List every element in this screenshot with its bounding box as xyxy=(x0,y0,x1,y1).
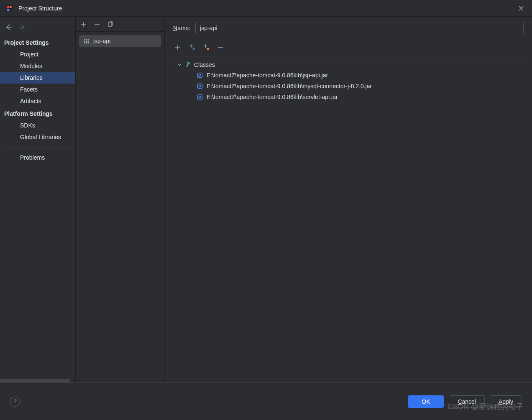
chevron-down-icon[interactable] xyxy=(176,62,182,68)
section-header-platform: Platform Settings xyxy=(0,107,75,120)
library-list-panel: jsp-api xyxy=(76,17,165,382)
scrollbar-horizontal[interactable] xyxy=(0,379,70,382)
add-item-icon[interactable] xyxy=(174,43,182,51)
ok-button[interactable]: OK xyxy=(408,395,444,408)
name-input[interactable] xyxy=(195,22,524,34)
jar-entry[interactable]: E:\tomactZ\apache-tomcat-9.0.86\lib\mysq… xyxy=(173,81,524,92)
svg-rect-1 xyxy=(7,6,9,8)
forward-icon[interactable] xyxy=(18,23,26,31)
menu-modules[interactable]: Modules xyxy=(0,60,75,72)
intellij-icon xyxy=(5,4,13,13)
jar-entry[interactable]: E:\tomactZ\apache-tomcat-9.0.86\lib\serv… xyxy=(173,92,524,102)
svg-rect-4 xyxy=(7,10,10,10)
tree-node-classes[interactable]: Classes xyxy=(173,60,524,70)
svg-rect-7 xyxy=(207,48,209,50)
classes-tree: Classes E:\tomactZ\apache-tomcat-9.0.86\… xyxy=(173,56,524,102)
divider xyxy=(4,147,71,148)
name-label: Name: xyxy=(173,25,190,31)
detail-toolbar xyxy=(173,41,524,53)
svg-rect-2 xyxy=(10,6,12,8)
menu-global-libraries[interactable]: Global Libraries xyxy=(0,131,75,143)
settings-sidebar: Project Settings Project Modules Librari… xyxy=(0,17,76,382)
back-icon[interactable] xyxy=(5,23,13,31)
remove-item-icon[interactable] xyxy=(217,43,224,51)
close-icon[interactable] xyxy=(515,3,527,14)
add-icon[interactable] xyxy=(80,20,87,28)
main-content: Project Settings Project Modules Librari… xyxy=(0,17,532,382)
jar-icon xyxy=(197,94,203,100)
jar-icon xyxy=(197,72,203,79)
titlebar: Project Structure xyxy=(0,0,532,17)
svg-point-6 xyxy=(193,48,195,50)
jar-icon xyxy=(197,83,203,89)
watermark: CSDN @爱编程的松子 xyxy=(448,402,524,412)
tree-root-label: Classes xyxy=(194,61,215,68)
help-icon[interactable]: ? xyxy=(10,397,20,407)
menu-project[interactable]: Project xyxy=(0,48,75,60)
library-icon xyxy=(83,38,90,44)
add-orange-icon[interactable] xyxy=(202,43,210,51)
library-detail-panel: Name: Cl xyxy=(165,17,532,382)
hammer-icon xyxy=(185,61,192,68)
menu-facets[interactable]: Facets xyxy=(0,84,75,95)
library-toolbar xyxy=(76,17,164,32)
svg-rect-5 xyxy=(108,22,112,26)
add-with-modifier-icon[interactable] xyxy=(188,43,196,51)
jar-path: E:\tomactZ\apache-tomcat-9.0.86\lib\jsp-… xyxy=(207,72,328,79)
window-title: Project Structure xyxy=(18,5,515,12)
copy-icon[interactable] xyxy=(107,20,114,28)
jar-path: E:\tomactZ\apache-tomcat-9.0.86\lib\mysq… xyxy=(207,83,372,89)
menu-artifacts[interactable]: Artifacts xyxy=(0,95,75,107)
section-header-project: Project Settings xyxy=(0,36,75,48)
menu-sdks[interactable]: SDKs xyxy=(0,120,75,131)
dialog-footer: ? OK Cancel Apply xyxy=(0,382,532,420)
jar-entry[interactable]: E:\tomactZ\apache-tomcat-9.0.86\lib\jsp-… xyxy=(173,70,524,81)
menu-libraries[interactable]: Libraries xyxy=(0,72,75,84)
library-item-label: jsp-api xyxy=(93,38,110,44)
menu-problems[interactable]: Problems xyxy=(0,152,75,163)
library-item-jsp-api[interactable]: jsp-api xyxy=(79,35,161,47)
jar-path: E:\tomactZ\apache-tomcat-9.0.86\lib\serv… xyxy=(207,94,338,100)
remove-icon[interactable] xyxy=(93,20,101,28)
